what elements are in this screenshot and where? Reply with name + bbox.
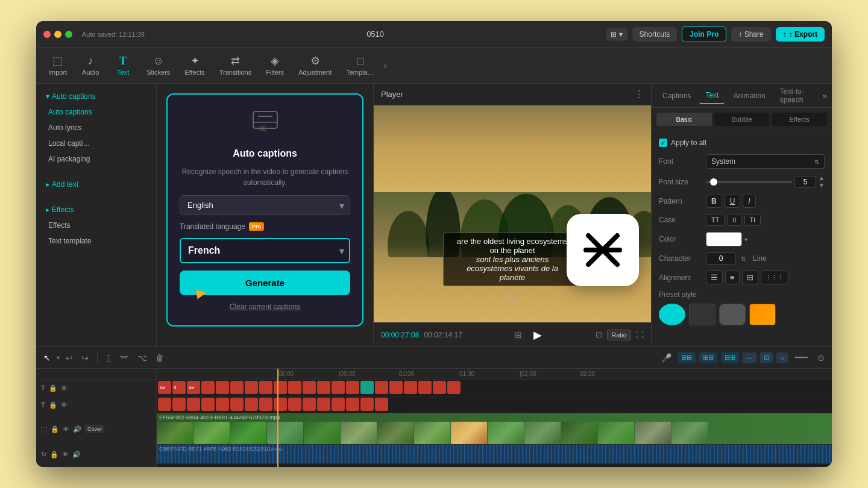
add-text-section-header[interactable]: ▸ Add text	[41, 177, 151, 192]
sidebar-item-text-template[interactable]: Text template	[41, 233, 151, 249]
sidebar-item-ai-packaging[interactable]: AI packaging	[41, 151, 151, 167]
caption-clip[interactable]	[245, 398, 258, 411]
close-button[interactable]	[43, 31, 51, 38]
caption-clip[interactable]: Aé	[158, 381, 171, 394]
caption-clip[interactable]	[389, 381, 403, 394]
style-tab-basic[interactable]: Basic	[656, 113, 712, 126]
grid-view-button[interactable]: ⊞	[512, 328, 524, 342]
video-track-content[interactable]: EF55F902-6884-40E9-BB91-434ABF67897B.mp4	[157, 413, 832, 444]
split-button[interactable]: ⌶	[104, 351, 113, 365]
tool-dropdown-icon[interactable]: ▾	[57, 354, 60, 361]
toolbar-text[interactable]: T Text	[107, 52, 139, 80]
caption-clip[interactable]	[303, 381, 316, 394]
timeline-tool-btn-1[interactable]: ⊞⊞	[678, 352, 696, 363]
join-pro-button[interactable]: Join Pro	[682, 27, 726, 42]
tab-animation[interactable]: Animation	[727, 88, 771, 104]
toolbar-import[interactable]: ⬚ Import	[41, 52, 74, 80]
track-1-eye-icon[interactable]: 👁	[61, 384, 68, 392]
caption-clip[interactable]	[201, 381, 215, 394]
toolbar-stickers[interactable]: ☺ Stickers	[139, 52, 177, 80]
align-center-button[interactable]: ≡	[725, 271, 740, 284]
timeline-tool-btn-6[interactable]: ○	[776, 352, 788, 363]
caption-clip[interactable]	[360, 398, 374, 411]
caption-clip[interactable]: Aé	[187, 381, 200, 394]
minimize-button[interactable]	[54, 31, 61, 38]
align-justify-button[interactable]: ⋮⋮⋮	[761, 271, 788, 284]
preset-item-3[interactable]	[719, 304, 746, 325]
color-select-container[interactable]: ▾	[706, 232, 825, 246]
share-button[interactable]: ↑ Share	[731, 27, 770, 42]
preset-item-4[interactable]	[749, 304, 776, 325]
sidebar-item-effects[interactable]: Effects	[41, 217, 151, 233]
select-tool-button[interactable]: ↖	[41, 351, 53, 365]
audio-track-mute-icon[interactable]: 🔊	[72, 451, 81, 458]
monitor-button[interactable]: ⊞ ▾	[606, 28, 627, 41]
language-select[interactable]: English French Spanish	[180, 195, 350, 215]
font-size-stepper[interactable]: ▲▼	[819, 175, 825, 189]
maximize-button[interactable]	[65, 31, 72, 38]
player-menu-icon[interactable]: ⋮	[634, 89, 644, 100]
delete-button[interactable]: 🗑	[153, 351, 166, 365]
toolbar-adjustment[interactable]: ⚙ Adjustment	[291, 52, 339, 80]
caption-clip[interactable]	[274, 398, 287, 411]
case-titlecase-button[interactable]: Tt	[744, 214, 761, 226]
timeline-tool-btn-2[interactable]: ⊞⊟	[699, 352, 717, 363]
refresh-icon[interactable]: ↻	[509, 293, 517, 304]
preset-item-2[interactable]	[689, 304, 715, 325]
sidebar-item-auto-lyrics[interactable]: Auto lyrics	[41, 120, 151, 136]
caption-clip[interactable]	[245, 381, 258, 394]
caption-clip[interactable]	[317, 381, 330, 394]
ratio-button[interactable]: Ratio	[607, 330, 631, 340]
caption-clip[interactable]	[288, 381, 301, 394]
caption-clip[interactable]	[216, 381, 229, 394]
caption-clip[interactable]	[346, 381, 359, 394]
caption-clip[interactable]	[259, 398, 272, 411]
caption-clip[interactable]	[230, 381, 244, 394]
undo-button[interactable]: ↩	[63, 351, 75, 365]
caption-clip[interactable]	[418, 381, 432, 394]
timeline-tool-btn-5[interactable]: ⊡	[760, 352, 773, 363]
caption-clip[interactable]	[447, 381, 461, 394]
caption-clip[interactable]	[172, 398, 186, 411]
caption-clip[interactable]	[346, 398, 359, 411]
font-size-input[interactable]	[794, 176, 816, 188]
video-track-lock-icon[interactable]: 🔒	[51, 425, 59, 433]
effects-section-header[interactable]: ▸ Effects	[41, 202, 151, 217]
apply-all-checkbox[interactable]: ✓	[659, 139, 667, 147]
shortcuts-button[interactable]: Shortcuts	[632, 27, 678, 42]
audio-track-eye-icon[interactable]: 👁	[62, 451, 69, 458]
caption-clip[interactable]	[375, 381, 388, 394]
toolbar-transitions[interactable]: ⇄ Transitions	[212, 52, 259, 80]
video-track-eye-icon[interactable]: 👁	[63, 425, 69, 433]
preset-item-1[interactable]	[659, 304, 685, 325]
sidebar-item-auto-captions[interactable]: Auto captions	[41, 104, 151, 120]
caption-clip[interactable]	[274, 381, 287, 394]
toolbar-effects[interactable]: ✦ Effects	[177, 52, 212, 80]
clear-captions-button[interactable]: Clear current captions	[230, 302, 300, 311]
case-lowercase-button[interactable]: tt	[727, 214, 741, 226]
play-button[interactable]: ▶	[529, 327, 546, 343]
playhead[interactable]	[277, 369, 278, 467]
tab-text[interactable]: Text	[699, 87, 725, 104]
audio-track-content[interactable]: C9E97AFD-BD71-45FE-A962-E16243292310.m4a	[157, 445, 832, 463]
caption-clip[interactable]	[317, 398, 330, 411]
redo-button[interactable]: ↪	[79, 351, 91, 365]
toolbar-more-icon[interactable]: ›	[384, 61, 387, 70]
timeline-tool-btn-3[interactable]: ⊟⊞	[721, 352, 739, 363]
caption-clip[interactable]	[259, 381, 272, 394]
track-2-eye-icon[interactable]: 👁	[61, 401, 68, 408]
caption-clip[interactable]	[158, 398, 171, 411]
italic-button[interactable]: I	[743, 195, 755, 208]
toolbar-filters[interactable]: ◈ Filters	[259, 52, 291, 80]
caption-clip[interactable]	[332, 381, 345, 394]
caption-clip[interactable]	[303, 398, 316, 411]
video-track-audio-icon[interactable]: 🔊	[73, 425, 81, 433]
caption-clip[interactable]	[288, 398, 301, 411]
trim-in-button[interactable]: ⌤	[117, 351, 131, 365]
bold-button[interactable]: B	[706, 195, 722, 208]
screenshot-button[interactable]: ⊡	[596, 330, 602, 339]
caption-clip[interactable]	[433, 381, 446, 394]
caption-clip[interactable]	[404, 381, 417, 394]
caption-clip[interactable]	[216, 398, 229, 411]
caption-clip[interactable]	[360, 381, 374, 394]
